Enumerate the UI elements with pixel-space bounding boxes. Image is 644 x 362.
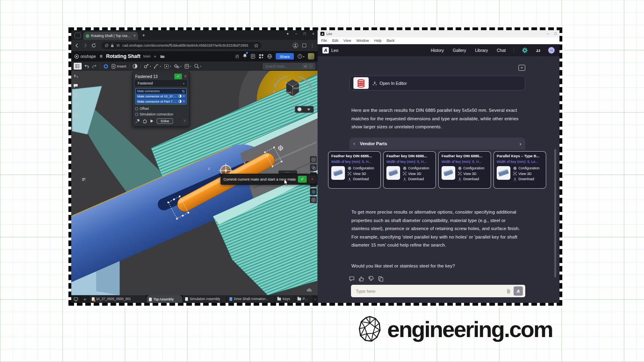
editor-result-card[interactable]: Open In Editor xyxy=(349,76,525,90)
new-tab-button[interactable]: + xyxy=(142,33,145,38)
extensions-icon[interactable] xyxy=(302,43,307,48)
thumbs-down-icon[interactable] xyxy=(368,276,374,282)
analysis-group[interactable]: ▾ xyxy=(194,64,201,69)
configuration-link[interactable]: Configuration xyxy=(348,166,374,170)
view3d-link[interactable]: View 3D xyxy=(513,172,539,176)
config-panel-icon[interactable] xyxy=(310,156,317,163)
leo-minimize-button[interactable]: − xyxy=(547,32,549,36)
open-in-editor-button[interactable]: Open In Editor xyxy=(372,81,407,86)
cad-viewport[interactable]: Z X Left Front Y xyxy=(71,71,318,295)
configuration-link[interactable]: Configuration xyxy=(458,166,484,170)
forward-icon[interactable] xyxy=(83,43,88,48)
user-name[interactable]: JJ xyxy=(536,48,540,53)
remove-connector-icon[interactable]: × xyxy=(183,95,185,98)
mate-cancel-button[interactable]: × xyxy=(184,74,187,79)
simulation-option[interactable]: Simulation connection xyxy=(135,112,187,116)
mate-connector-item[interactable]: Mate connector of 10_37_... × xyxy=(136,94,186,99)
drawing-group[interactable]: ▾ xyxy=(184,64,191,69)
sort-icon[interactable] xyxy=(182,90,185,93)
leo-logo-icon[interactable]: A xyxy=(322,47,329,53)
onshape-logo[interactable]: onshape xyxy=(74,54,96,59)
animate-mate-icon[interactable] xyxy=(142,119,147,123)
mate-tool-icon[interactable] xyxy=(103,64,109,69)
tooltip-drag-handle[interactable]: ••• xyxy=(279,171,297,174)
bookmark-star-icon[interactable] xyxy=(254,43,258,48)
structure-toggle-icon[interactable] xyxy=(81,176,87,183)
appearance-panel-icon[interactable] xyxy=(310,164,317,171)
attach-paperclip-icon[interactable] xyxy=(506,288,511,294)
settings-gear-icon[interactable] xyxy=(522,47,528,53)
commit-mate-button[interactable]: ✓ xyxy=(298,176,307,183)
vendor-card[interactable]: Parallel Keys – Type B... Width of key (… xyxy=(493,151,546,189)
named-views-icon[interactable] xyxy=(310,196,317,203)
download-link[interactable]: Download xyxy=(348,177,374,181)
versions-panel-icon[interactable] xyxy=(72,102,78,108)
play-mate-icon[interactable] xyxy=(150,119,154,123)
mate-type-select[interactable]: Fastened ▾ xyxy=(135,80,187,86)
vendor-card[interactable]: Feather key DIN 6885... Width of key (mm… xyxy=(328,151,381,189)
undo-icon[interactable] xyxy=(85,64,89,68)
nav-gallery[interactable]: Gallery xyxy=(453,48,466,53)
flip-axis-icon[interactable] xyxy=(178,100,182,103)
doc-tab-parts-folder[interactable]: Par... xyxy=(295,295,312,303)
tabs-chevron-icon[interactable]: ▾ xyxy=(287,32,289,36)
menu-back[interactable]: Back xyxy=(387,39,395,43)
doc-tab-part[interactable]: 10_37_0505_0500_001 xyxy=(89,295,147,303)
download-link[interactable]: Download xyxy=(513,177,539,181)
mate-connector-panel-icon[interactable] xyxy=(72,73,78,79)
configuration-link[interactable]: Configuration xyxy=(513,166,539,170)
offset-option[interactable]: Offset xyxy=(135,107,187,111)
vendor-card[interactable]: Feather key DIN 6885... Width of key (mm… xyxy=(438,151,491,189)
chat-scrollbar[interactable] xyxy=(554,149,556,278)
leo-maximize-button[interactable]: □ xyxy=(555,32,557,36)
discard-mate-button[interactable]: × xyxy=(309,176,316,183)
carousel-left-icon[interactable]: ‹ xyxy=(353,141,355,146)
download-link[interactable]: Download xyxy=(458,177,484,181)
tasks-icon[interactable] xyxy=(251,54,255,59)
display-style-dropdown[interactable] xyxy=(295,106,314,113)
back-icon[interactable] xyxy=(74,43,79,48)
copy-icon[interactable] xyxy=(378,276,384,282)
leo-user-avatar[interactable]: JS xyxy=(548,47,555,53)
maximize-button[interactable]: □ xyxy=(303,32,305,36)
doc-tab-keys-folder[interactable]: Keys xyxy=(275,295,295,303)
browser-tab[interactable]: Rotating Shaft | Top Assembly × xyxy=(83,32,138,40)
vendor-card[interactable]: Feather key DIN 6885... Width of key (mm… xyxy=(383,151,436,189)
redo-icon[interactable] xyxy=(92,64,97,68)
solve-button[interactable]: Solve xyxy=(157,118,173,124)
browser-menu-icon[interactable]: ⋮ xyxy=(310,43,314,48)
document-menu-icon[interactable]: ≡ xyxy=(99,53,102,59)
insert-tool[interactable]: Insert xyxy=(111,64,126,69)
profile-icon[interactable] xyxy=(293,43,298,48)
assembly-tree-tool[interactable] xyxy=(74,63,82,70)
close-button[interactable]: × xyxy=(312,32,314,36)
featurescript-icon[interactable]: {/} xyxy=(235,54,239,58)
comment-feedback-icon[interactable] xyxy=(349,276,355,282)
fastened-mate-group[interactable]: ▾ xyxy=(144,64,151,69)
edit-doc-panel-icon[interactable] xyxy=(72,93,78,99)
tabs-overflow-chevron[interactable]: › xyxy=(312,295,318,303)
user-avatar[interactable] xyxy=(308,53,314,60)
view3d-link[interactable]: View 3D xyxy=(458,172,484,176)
doc-tab-simulation[interactable]: Simulation Assembly xyxy=(183,295,227,303)
chat-input[interactable] xyxy=(356,289,504,294)
nav-library[interactable]: Library xyxy=(475,48,488,53)
globe-icon[interactable] xyxy=(267,54,272,59)
comments-panel-icon[interactable] xyxy=(72,83,78,89)
offset-checkbox[interactable] xyxy=(135,107,138,110)
remove-connector-icon[interactable]: × xyxy=(183,100,185,103)
nav-history[interactable]: History xyxy=(431,48,444,53)
menu-edit[interactable]: Edit xyxy=(332,39,338,43)
site-info-icon[interactable] xyxy=(105,43,109,47)
reload-icon[interactable] xyxy=(91,43,96,48)
configuration-link[interactable]: Configuration xyxy=(403,166,429,170)
thumbs-up-icon[interactable] xyxy=(359,276,364,282)
flip-axis-icon[interactable] xyxy=(178,95,182,98)
search-tools[interactable]: alt c xyxy=(263,63,315,70)
menu-view[interactable]: View xyxy=(343,39,351,43)
tab-close-icon[interactable]: × xyxy=(133,34,136,38)
pin-mate-icon[interactable] xyxy=(135,119,140,123)
menu-help[interactable]: Help xyxy=(374,39,382,43)
selection-group[interactable]: ▾ xyxy=(164,64,171,69)
view3d-link[interactable]: View 3D xyxy=(348,172,374,176)
